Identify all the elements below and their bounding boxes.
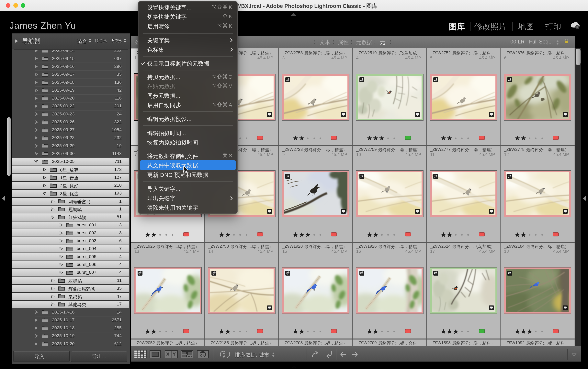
svg-text:Z: Z: [223, 350, 225, 355]
svg-text:A: A: [223, 354, 225, 359]
